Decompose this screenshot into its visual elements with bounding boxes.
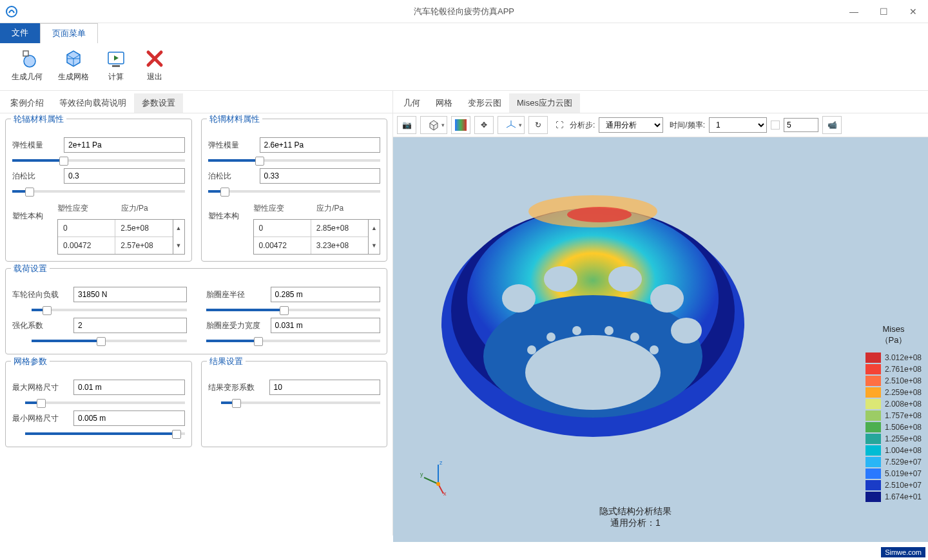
svg-point-9 [525, 335, 661, 410]
elastic-modulus-input[interactable] [64, 137, 185, 153]
bead-width-input[interactable] [271, 318, 381, 333]
legend-value: 1.674e+01 [885, 492, 922, 501]
camera-icon: 📷 [402, 121, 412, 130]
col-stress: 应力/Pa [316, 203, 380, 214]
strength-input[interactable] [73, 318, 187, 333]
table-scrollbar[interactable]: ▲▼ [369, 219, 380, 255]
panel-title: 轮辋材料属性 [207, 113, 262, 125]
deform-scale-input[interactable] [269, 380, 381, 395]
view-cube-button[interactable] [420, 116, 447, 134]
col-stress: 应力/Pa [121, 203, 185, 214]
exit-button[interactable]: 退出 [135, 46, 174, 84]
time-select[interactable]: 1 [709, 117, 767, 133]
table-cell[interactable]: 0.00472 [58, 237, 115, 254]
bead-width-label: 胎圈座受力宽度 [206, 320, 271, 331]
camera-view-button[interactable]: 📹 [822, 116, 842, 134]
minimize-button[interactable]: — [839, 0, 869, 23]
strength-label: 强化系数 [12, 320, 73, 331]
ribbon-label: 计算 [108, 72, 124, 82]
max-mesh-slider[interactable] [25, 401, 185, 404]
tab-load-desc[interactable]: 等效径向载荷说明 [52, 93, 134, 113]
table-cell[interactable]: 2.85e+08 [311, 220, 368, 237]
width-slider[interactable] [206, 340, 381, 342]
legend-row: 1.757e+08 [865, 410, 922, 421]
page-menu[interactable]: 页面菜单 [40, 23, 98, 43]
legend-color-swatch [865, 387, 881, 398]
max-mesh-input[interactable] [73, 380, 185, 395]
menu-tabs: 文件 页面菜单 [0, 23, 928, 43]
radius-slider[interactable] [206, 309, 381, 311]
legend-value: 1.004e+08 [885, 446, 922, 455]
left-pane: 案例介绍 等效径向载荷说明 参数设置 轮辐材料属性 弹性模量 泊松比 [0, 91, 393, 536]
3d-viewer[interactable]: z y x 隐式结构分析结果 通用分析：1 Mises （Pa） 3.012e+… [393, 137, 928, 542]
table-scrollbar[interactable]: ▲▼ [173, 219, 185, 255]
svg-point-16 [546, 333, 556, 342]
svg-text:y: y [420, 471, 423, 478]
legend-value: 2.259e+08 [885, 388, 922, 397]
fit-view-button[interactable]: ✥ [474, 116, 494, 134]
generate-geometry-button[interactable]: 生成几何 [4, 46, 50, 84]
maximize-button[interactable]: ☐ [869, 0, 898, 23]
elastic-slider[interactable] [208, 159, 381, 162]
tab-mises[interactable]: Mises应力云图 [509, 93, 580, 113]
legend-color-swatch [865, 434, 881, 444]
radial-load-input[interactable] [73, 287, 187, 302]
snapshot-button[interactable]: 📷 [397, 116, 416, 134]
svg-point-17 [572, 326, 581, 335]
elastic-slider[interactable] [12, 159, 185, 162]
tab-deform[interactable]: 变形云图 [460, 93, 509, 113]
svg-point-14 [671, 318, 702, 343]
toggle-icon[interactable] [771, 121, 780, 130]
contour-button[interactable] [451, 116, 470, 134]
legend-row: 7.529e+07 [865, 457, 922, 467]
analysis-caption: 隐式结构分析结果 通用分析：1 [599, 506, 672, 529]
table-cell[interactable]: 2.5e+08 [115, 220, 172, 237]
poisson-slider[interactable] [12, 190, 185, 193]
tab-mesh[interactable]: 网格 [428, 93, 460, 113]
poisson-input[interactable] [64, 168, 185, 184]
step-select[interactable]: 通用分析 [599, 117, 663, 133]
calculate-button[interactable]: 计算 [97, 46, 135, 84]
strength-slider[interactable] [32, 340, 187, 342]
refresh-button[interactable]: ↻ [528, 116, 548, 134]
radial-load-label: 车轮径向负载 [12, 289, 73, 300]
svg-text:z: z [440, 459, 443, 466]
video-icon: 📹 [827, 121, 837, 130]
legend-row: 2.008e+08 [865, 399, 922, 409]
spin-input[interactable] [784, 118, 818, 132]
legend-color-swatch [865, 480, 881, 490]
panel-title: 轮辐材料属性 [11, 113, 66, 125]
poisson-slider[interactable] [208, 190, 381, 193]
tab-param-settings[interactable]: 参数设置 [134, 93, 183, 113]
table-cell[interactable]: 0 [58, 220, 115, 237]
legend-row: 2.761e+08 [865, 364, 922, 374]
min-mesh-slider[interactable] [25, 432, 185, 435]
table-cell[interactable]: 0.00472 [254, 237, 311, 254]
elastic-modulus-input[interactable] [260, 137, 381, 153]
viewer-toolbar: 📷 ✥ ↻ ⛶ 分析步: 通用分析 时间/频率: 1 📹 [393, 113, 928, 137]
plastic-table: 02.85e+08 0.004723.23e+08 [253, 219, 369, 255]
wheel-render [432, 157, 754, 479]
table-cell[interactable]: 3.23e+08 [311, 237, 368, 254]
svg-rect-4 [455, 119, 467, 131]
bead-radius-input[interactable] [271, 287, 381, 302]
legend-value: 1.757e+08 [885, 411, 922, 420]
file-menu[interactable]: 文件 [0, 23, 40, 43]
svg-point-19 [630, 333, 639, 342]
close-button[interactable]: ✕ [898, 0, 928, 23]
legend-color-swatch [865, 352, 881, 363]
legend-value: 1.506e+08 [885, 423, 922, 432]
scale-slider[interactable] [221, 401, 381, 404]
radial-slider[interactable] [32, 309, 187, 311]
plastic-table: 02.5e+08 0.004722.57e+08 [57, 219, 173, 255]
table-cell[interactable]: 0 [254, 220, 311, 237]
axis-button[interactable] [498, 116, 525, 134]
generate-mesh-button[interactable]: 生成网格 [50, 46, 97, 84]
svg-text:x: x [443, 490, 447, 497]
tab-geometry[interactable]: 几何 [396, 93, 428, 113]
expand-icon: ⛶ [556, 121, 563, 130]
tab-case-intro[interactable]: 案例介绍 [3, 93, 52, 113]
min-mesh-input[interactable] [73, 410, 185, 426]
table-cell[interactable]: 2.57e+08 [115, 237, 172, 254]
poisson-input[interactable] [260, 168, 381, 184]
